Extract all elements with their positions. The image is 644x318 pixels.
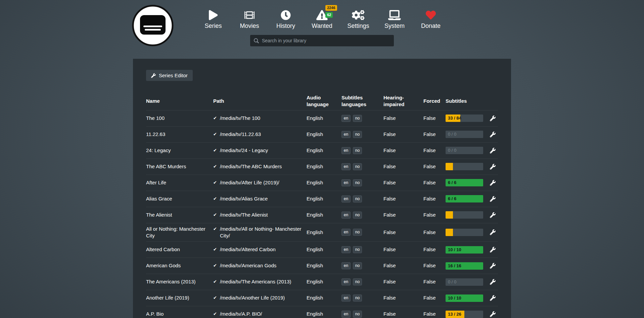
subtitles-progress-label: 6 / 6 [448, 180, 456, 186]
forced-value: False [423, 147, 446, 154]
series-name-link[interactable]: 24: Legacy [146, 147, 213, 154]
series-editor-button[interactable]: Series Editor [146, 70, 193, 81]
edit-series-wrench-icon[interactable] [490, 295, 496, 301]
subtitle-languages: enno [341, 278, 383, 285]
subtitles-progress-label: 6 / 6 [448, 196, 456, 202]
series-path-cell: ✔ /media/tv/11.22.63 [213, 131, 307, 138]
subtitles-progress-cell [446, 229, 490, 236]
table-row: The 100 ✔ /media/tv/The 100 English enno… [146, 110, 498, 126]
column-header-hearing-impaired: Hearing-impaired [383, 94, 423, 108]
series-path-cell: ✔ /media/tv/American Gods [213, 262, 307, 269]
table-row: American Gods ✔ /media/tv/American Gods … [146, 258, 498, 274]
series-name-link[interactable]: Another Life (2019) [146, 294, 213, 301]
nav-label-donate: Donate [421, 22, 441, 30]
nav-item-settings[interactable]: Settings [340, 9, 376, 30]
subtitle-language-badge: en [341, 229, 351, 236]
series-name-link[interactable]: After Life [146, 179, 213, 186]
series-name-link[interactable]: The 100 [146, 115, 213, 122]
cogs-icon [352, 10, 365, 20]
subtitles-progress-bar: 0 / 0 [446, 147, 483, 154]
series-name-link[interactable]: The Americans (2013) [146, 278, 213, 285]
audio-language-value: English [307, 195, 341, 202]
subtitles-progress-bar [446, 163, 483, 170]
subtitle-language-badge: en [341, 294, 351, 302]
series-path-cell: ✔ /media/tv/Another Life (2019) [213, 294, 307, 301]
edit-series-wrench-icon[interactable] [490, 229, 496, 235]
audio-language-value: English [307, 212, 341, 218]
edit-series-wrench-icon[interactable] [490, 196, 496, 202]
series-path: /media/tv/The Alienist [220, 212, 268, 218]
subtitle-languages: enno [341, 195, 383, 202]
series-name-link[interactable]: The ABC Murders [146, 163, 213, 170]
hearing-impaired-value: False [383, 229, 423, 236]
subtitles-progress-bar: 10 / 10 [446, 294, 483, 302]
forced-value: False [423, 212, 446, 218]
subtitle-language-badge: no [353, 179, 362, 186]
nav-item-wanted[interactable]: 2246 62 Wanted [304, 9, 340, 30]
series-name-link[interactable]: Alias Grace [146, 195, 213, 202]
nav-item-donate[interactable]: Donate [413, 9, 449, 30]
subtitle-language-badge: en [341, 278, 351, 285]
play-icon [209, 10, 218, 20]
main-panel: Series Editor Name Path Audio language S… [133, 59, 511, 318]
edit-series-wrench-icon[interactable] [490, 212, 496, 218]
wrench-icon [151, 73, 156, 78]
row-actions [490, 311, 498, 317]
hearing-impaired-value: False [383, 294, 423, 301]
series-path-cell: ✔ /media/tv/The ABC Murders [213, 163, 307, 170]
edit-series-wrench-icon[interactable] [490, 247, 496, 253]
subtitle-language-badge: en [341, 115, 351, 122]
subtitle-language-badge: no [353, 212, 362, 219]
subtitle-language-badge: no [353, 131, 362, 138]
series-name-link[interactable]: All or Nothing: Manchester City [146, 226, 213, 239]
table-row: All or Nothing: Manchester City ✔ /media… [146, 223, 498, 242]
series-path: /media/tv/American Gods [220, 262, 276, 269]
clock-icon [281, 10, 291, 20]
edit-series-wrench-icon[interactable] [490, 279, 496, 285]
subtitles-progress-label: 0 / 0 [448, 131, 456, 137]
wanted-movies-count-badge: 62 [325, 12, 333, 18]
row-actions [490, 229, 498, 235]
table-row: Alias Grace ✔ /media/tv/Alias Grace Engl… [146, 191, 498, 207]
app-logo[interactable] [131, 4, 174, 47]
subtitles-progress-cell: 0 / 0 [446, 147, 490, 154]
row-actions [490, 164, 498, 170]
table-row: After Life ✔ /media/tv/After Life (2019)… [146, 175, 498, 191]
search-input[interactable] [262, 38, 390, 43]
edit-series-wrench-icon[interactable] [490, 263, 496, 269]
series-table: Name Path Audio language Subtitles langu… [146, 92, 498, 318]
edit-series-wrench-icon[interactable] [490, 311, 496, 317]
nav-item-series[interactable]: Series [195, 9, 231, 30]
edit-series-wrench-icon[interactable] [490, 180, 496, 186]
subtitles-progress-fill [446, 163, 453, 170]
subtitle-language-badge: no [353, 229, 362, 236]
column-header-name: Name [146, 98, 213, 104]
series-name-link[interactable]: Altered Carbon [146, 246, 213, 253]
series-name-link[interactable]: A.P. Bio [146, 311, 213, 317]
edit-series-wrench-icon[interactable] [490, 148, 496, 153]
edit-series-wrench-icon[interactable] [490, 132, 496, 137]
edit-series-wrench-icon[interactable] [490, 164, 496, 170]
nav-label-system: System [384, 22, 405, 30]
audio-language-value: English [307, 262, 341, 269]
nav-item-system[interactable]: System [376, 9, 413, 30]
edit-series-wrench-icon[interactable] [490, 116, 496, 121]
subtitles-progress-cell: 10 / 10 [446, 246, 490, 254]
search-icon [254, 38, 259, 43]
nav-item-history[interactable]: History [268, 9, 304, 30]
series-name-link[interactable]: The Alienist [146, 212, 213, 218]
table-row: Altered Carbon ✔ /media/tv/Altered Carbo… [146, 241, 498, 258]
series-name-link[interactable]: American Gods [146, 262, 213, 269]
forced-value: False [423, 163, 446, 170]
column-header-subtitles-languages: Subtitles languages [341, 94, 383, 108]
nav-item-movies[interactable]: Movies [231, 9, 268, 30]
forced-value: False [423, 311, 446, 317]
subtitle-language-badge: en [341, 163, 351, 170]
column-header-path: Path [213, 98, 307, 104]
app-header: Series Movies History [0, 0, 644, 59]
series-name-link[interactable]: 11.22.63 [146, 131, 213, 138]
row-actions [490, 116, 498, 121]
series-path-cell: ✔ /media/tv/The Alienist [213, 212, 307, 218]
subtitle-languages: enno [341, 212, 383, 219]
series-path: /media/tv/The ABC Murders [220, 163, 282, 170]
